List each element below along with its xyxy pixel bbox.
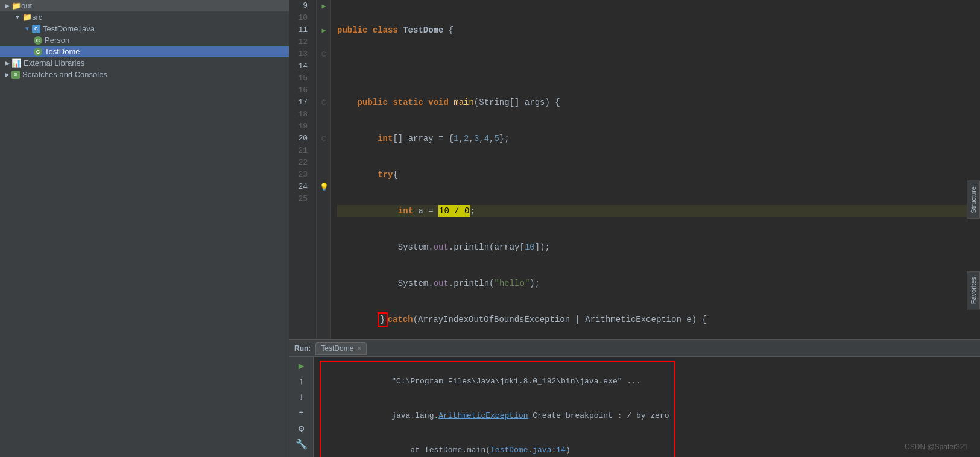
code-line-12: int[] array = {1,2,3,4,5}; <box>337 133 974 145</box>
code-line-16: System.out.println("hello"); <box>337 277 974 289</box>
sidebar-item-testdome-java[interactable]: ▼ C TestDome.java <box>0 23 289 34</box>
sidebar-item-label: External Libraries <box>24 58 84 68</box>
sidebar-item-label: src <box>32 13 42 22</box>
code-content[interactable]: public class TestDome { public static vo… <box>331 0 980 339</box>
java-file-icon: C <box>32 25 40 33</box>
sidebar-item-out[interactable]: ▶ 📁 out <box>0 0 289 11</box>
run-panel: Run: TestDome × ▶ ↑ ↓ ≡ ⚙ 🔧 <box>289 339 980 457</box>
run-tool-button[interactable]: 🔧 <box>295 438 308 451</box>
run-tab-testdome[interactable]: TestDome × <box>315 342 367 355</box>
run-output: "C:\Program Files\Java\jdk1.8.0_192\bin\… <box>314 357 980 457</box>
sidebar-item-label: Person <box>45 36 69 45</box>
sidebar-item-person[interactable]: C Person <box>0 34 289 46</box>
arrow-icon: ▼ <box>24 25 30 32</box>
testdome-java-link[interactable]: TestDome.java:14 <box>490 446 566 455</box>
sidebar-item-external-libraries[interactable]: ▶ 📊 External Libraries <box>0 57 289 69</box>
sidebar-item-label: TestDome <box>45 47 80 56</box>
fold-icon[interactable]: ⬡ <box>321 51 327 58</box>
arithmetic-exception-link[interactable]: ArithmeticException <box>438 411 528 420</box>
code-line-9: public class TestDome { <box>337 24 974 36</box>
run-tab-close[interactable]: × <box>357 344 361 353</box>
run-down-button[interactable]: ↓ <box>295 391 308 404</box>
code-line-10 <box>337 60 974 72</box>
run-up-button[interactable]: ↑ <box>295 375 308 388</box>
sidebar-item-label: TestDome.java <box>43 24 95 33</box>
code-line-15: System.out.println(array[10]); <box>337 241 974 253</box>
arrow-icon: ▶ <box>5 71 10 78</box>
run-toolbar: ▶ ↑ ↓ ≡ ⚙ 🔧 <box>289 357 314 457</box>
arrow-icon: ▶ <box>5 60 10 66</box>
run-gutter-icon[interactable]: ▶ <box>321 26 326 35</box>
folder-icon: 📁 <box>22 13 32 22</box>
gutter: ▶ ▶ ⬡ ⬡ ⬡ 💡 <box>317 0 331 339</box>
run-wrap-button[interactable]: ≡ <box>295 406 308 420</box>
favorites-tab[interactable]: Favorites <box>967 271 980 309</box>
run-play-button[interactable]: ▶ <box>295 359 308 373</box>
code-line-13: try{ <box>337 169 974 181</box>
output-line-1: "C:\Program Files\Java\jdk1.8.0_192\bin\… <box>326 364 669 399</box>
run-tab-label: TestDome <box>321 344 353 353</box>
output-exception-pre: java.lang. <box>391 411 438 420</box>
line-numbers: 9 10 11 12 13 14 15 16 17 18 19 20 21 22… <box>289 0 317 339</box>
folder-icon: 📁 <box>11 1 21 10</box>
output-at-pre: at TestDome.main( <box>391 446 490 455</box>
code-line-17: }catch(ArrayIndexOutOfBoundsException | … <box>337 314 974 326</box>
structure-tab[interactable]: Structure <box>967 181 980 219</box>
run-settings-button[interactable]: ⚙ <box>295 422 308 435</box>
sidebar-item-scratches-consoles[interactable]: ▶ S Scratches and Consoles <box>0 69 289 80</box>
fold-icon[interactable]: ⬡ <box>321 99 327 106</box>
code-line-11: public static void main(String[] args) { <box>337 96 974 109</box>
sidebar-item-label: Scratches and Consoles <box>22 70 107 79</box>
output-exception-post: Create breakpoint : / by zero <box>528 411 669 420</box>
bulb-icon[interactable]: 💡 <box>320 183 329 192</box>
run-tab-bar: Run: TestDome × <box>289 340 980 357</box>
class-icon: C <box>34 36 42 45</box>
sidebar-item-label: out <box>21 1 32 10</box>
output-at-post: ) <box>566 446 571 455</box>
scratch-icon: S <box>11 71 20 79</box>
arrow-icon: ▶ <box>5 2 10 9</box>
code-line-14: int a = 10 / 0; <box>337 205 974 217</box>
sidebar-item-testdome[interactable]: C TestDome <box>0 46 289 57</box>
output-line-3: at TestDome.main(TestDome.java:14) <box>326 433 669 457</box>
run-label: Run: <box>294 344 311 353</box>
arrow-icon: ▼ <box>14 14 21 20</box>
lib-icon: 📊 <box>11 58 21 68</box>
run-output-box: "C:\Program Files\Java\jdk1.8.0_192\bin\… <box>320 361 675 457</box>
project-sidebar: ▶ 📁 out ▼ 📁 src ▼ C TestDome.java C Pers… <box>0 0 289 457</box>
fold-icon[interactable]: ⬡ <box>321 135 327 142</box>
sidebar-item-src[interactable]: ▼ 📁 src <box>0 11 289 23</box>
class-icon: C <box>34 48 42 56</box>
run-gutter-icon[interactable]: ▶ <box>321 2 326 11</box>
output-line-2: java.lang.ArithmeticException Create bre… <box>326 399 669 433</box>
run-content: ▶ ↑ ↓ ≡ ⚙ 🔧 "C:\Program Files\Java\jdk1.… <box>289 357 980 457</box>
code-editor: 9 10 11 12 13 14 15 16 17 18 19 20 21 22… <box>289 0 980 339</box>
watermark: CSDN @Später321 <box>905 443 968 451</box>
